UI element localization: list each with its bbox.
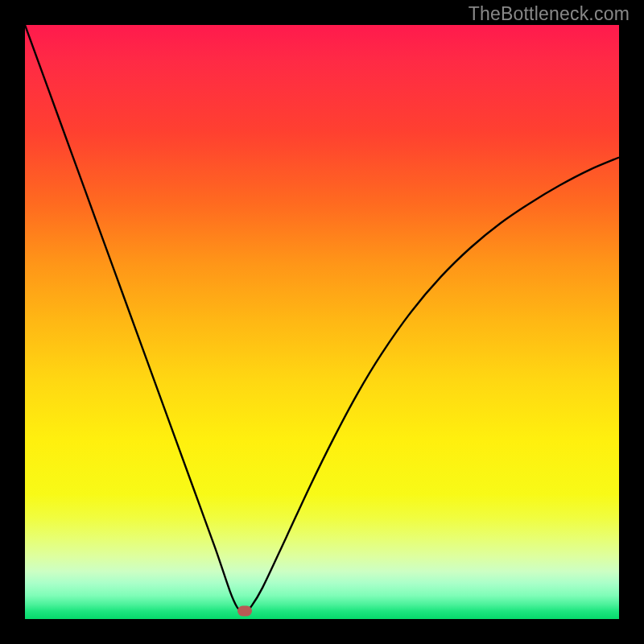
plot-area: [25, 25, 619, 619]
watermark-text: TheBottleneck.com: [469, 3, 630, 25]
bottleneck-curve: [25, 25, 619, 619]
chart-frame: TheBottleneck.com: [0, 0, 644, 644]
optimal-point-marker: [237, 605, 252, 616]
